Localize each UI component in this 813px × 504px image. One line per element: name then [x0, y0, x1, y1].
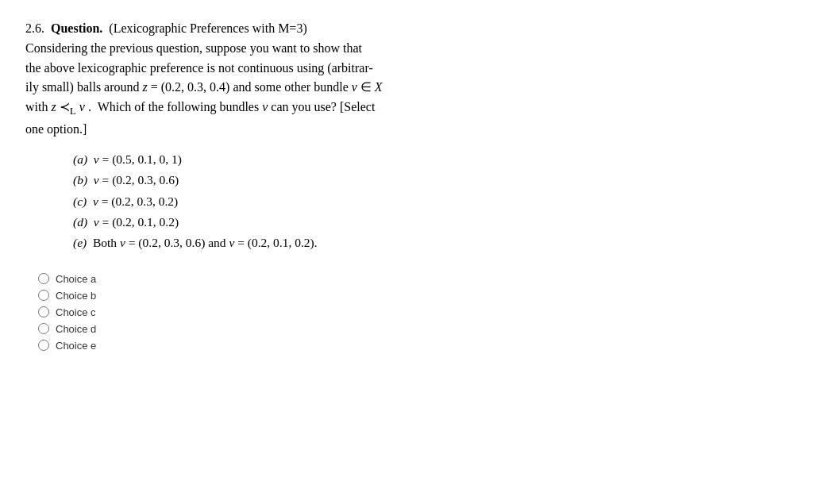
question-subtitle: (Lexicographic Preferences with M=3): [109, 21, 306, 35]
radio-label-d: Choice d: [56, 323, 96, 335]
radio-input-a[interactable]: [38, 273, 49, 284]
choice-item-a: (a) v = (0.5, 0.1, 0, 1): [73, 149, 756, 170]
question-body-line2: the above lexicographic preference is no…: [25, 61, 373, 75]
question-number: 2.6.: [25, 21, 44, 35]
radio-input-c[interactable]: [38, 306, 49, 317]
radio-option-a[interactable]: Choice a: [38, 273, 756, 285]
radio-input-d[interactable]: [38, 323, 49, 334]
question-body-line1: Considering the previous question, suppo…: [25, 41, 362, 55]
choice-item-e: (e) Both v = (0.2, 0.3, 0.6) and v = (0.…: [73, 233, 756, 253]
radio-option-e[interactable]: Choice e: [38, 340, 756, 352]
radio-label-c: Choice c: [56, 306, 96, 318]
question-body-line3: ily small) balls around z = (0.2, 0.3, 0…: [25, 80, 383, 94]
question-body-line4: with z ≺L v . Which of the following bun…: [25, 100, 375, 113]
question-body-line5: one option.]: [25, 122, 87, 136]
radio-label-e: Choice e: [56, 340, 96, 352]
choice-item-d: (d) v = (0.2, 0.1, 0.2): [73, 212, 756, 233]
radio-label-a: Choice a: [56, 273, 96, 285]
radio-options-group: Choice a Choice b Choice c Choice d Choi…: [25, 273, 756, 352]
radio-input-e[interactable]: [38, 340, 49, 351]
radio-option-b[interactable]: Choice b: [38, 290, 756, 302]
radio-option-d[interactable]: Choice d: [38, 323, 756, 335]
radio-input-b[interactable]: [38, 290, 49, 301]
choice-item-c: (c) v = (0.2, 0.3, 0.2): [73, 191, 756, 212]
question-text: 2.6. Question. (Lexicographic Preference…: [25, 19, 756, 140]
question-title: Question.: [51, 21, 102, 35]
choice-item-b: (b) v = (0.2, 0.3, 0.6): [73, 170, 756, 190]
question-container: 2.6. Question. (Lexicographic Preference…: [25, 19, 756, 352]
choices-list: (a) v = (0.5, 0.1, 0, 1) (b) v = (0.2, 0…: [25, 149, 756, 254]
radio-label-b: Choice b: [56, 290, 96, 302]
radio-option-c[interactable]: Choice c: [38, 306, 756, 318]
